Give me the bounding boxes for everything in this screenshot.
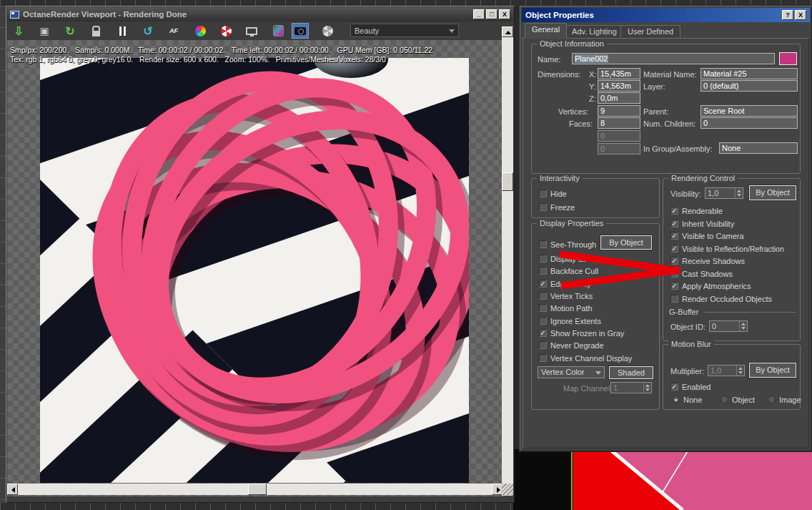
scroll-right-button[interactable] xyxy=(492,484,502,495)
resize-grip[interactable] xyxy=(502,484,513,495)
checkbox-vertex-channel-display[interactable]: Vertex Channel Display xyxy=(539,353,632,363)
in-group-field: None xyxy=(719,142,798,154)
radio-image[interactable]: Image xyxy=(768,395,801,404)
extra-field-2: 0 xyxy=(598,143,640,155)
material-ball-icon[interactable] xyxy=(192,23,209,39)
shaded-button[interactable]: Shaded xyxy=(609,366,653,379)
fit-screen-icon[interactable] xyxy=(243,23,260,39)
gbuffer-title: G-Buffer xyxy=(669,308,698,316)
minimize-button[interactable]: _ xyxy=(473,9,485,19)
checkbox-show-frozen-in-gray[interactable]: ✓Show Frozen in Gray xyxy=(539,328,624,338)
checkbox-visible-to-reflection[interactable]: ✓Visible to Reflection/Refraction xyxy=(670,244,784,253)
arrow-up-icon xyxy=(505,31,511,34)
copy-clipboard-icon[interactable]: ▣ xyxy=(36,23,53,39)
scroll-left-button[interactable] xyxy=(7,484,18,495)
dialog-close-button[interactable]: X xyxy=(795,10,806,20)
parent-label: Parent: xyxy=(643,107,668,116)
render-stats-line2: Tex: rgb 1, rgb64 0, grey 0, grey16 0. R… xyxy=(10,55,386,64)
refresh-icon[interactable]: ↺ xyxy=(139,23,157,39)
octane-window-titlebar[interactable]: OctaneRender Viewport - Rendering Done _… xyxy=(7,7,513,21)
camera-icon[interactable] xyxy=(292,23,309,39)
y-field[interactable]: 14,563m xyxy=(598,80,640,92)
octane-toolbar: ⇩ ▣ ↻ ↺ AF Beauty xyxy=(7,21,502,40)
checkbox-renderable[interactable]: ✓Renderable xyxy=(670,206,723,215)
lock-icon[interactable] xyxy=(87,23,104,39)
tab-user-defined[interactable]: User Defined xyxy=(620,25,680,39)
priority-icon[interactable] xyxy=(217,23,234,39)
group-title: Rendering Control xyxy=(668,174,738,182)
octane-app-icon xyxy=(10,11,19,19)
checkbox-hide[interactable]: Hide xyxy=(539,189,567,198)
checkbox-box xyxy=(539,203,547,211)
close-button[interactable]: X xyxy=(499,9,510,19)
visibility-label: Visibility: xyxy=(670,190,701,198)
render-view[interactable]: Smp/px: 200/200. Samp/s: 0.000M. Time: 0… xyxy=(7,40,502,496)
checkbox-motion-path[interactable]: Motion Path xyxy=(539,303,593,313)
checkbox-visible-to-camera[interactable]: ✓Visible to Camera xyxy=(670,231,744,240)
radio-object[interactable]: Object xyxy=(721,395,755,404)
checkbox-never-degrade[interactable]: Never Degrade xyxy=(539,340,604,350)
render-pass-dropdown[interactable]: Beauty xyxy=(350,24,459,37)
faces-label: Faces: xyxy=(569,119,593,128)
checkbox-render-occluded[interactable]: Render Occluded Objects xyxy=(670,294,772,303)
pause-icon[interactable] xyxy=(114,23,131,39)
num-children-label: Num. Children: xyxy=(643,119,695,128)
visibility-by-object-button[interactable]: By Object xyxy=(749,185,796,200)
parent-field: Scene Root xyxy=(700,105,798,117)
help-button[interactable]: ? xyxy=(782,10,793,20)
object-color-swatch[interactable] xyxy=(779,52,797,65)
annotation-arrow xyxy=(558,247,686,290)
multiplier-spinner: 1,0 xyxy=(708,365,745,376)
group-title: Object Information xyxy=(537,39,607,48)
group-title: Interactivity xyxy=(537,174,583,182)
map-channel-label: Map Channel: xyxy=(563,384,613,393)
vertices-field: 9 xyxy=(598,105,640,117)
render-passes-icon[interactable] xyxy=(269,23,287,39)
vertex-color-dropdown[interactable]: Vertex Color xyxy=(538,366,605,378)
radio-none[interactable]: ●None xyxy=(672,395,702,404)
checkbox-ignore-extents[interactable]: Ignore Extents xyxy=(539,316,601,325)
dialog-title: Object Properties xyxy=(525,11,594,19)
horizontal-scroll-thumb[interactable] xyxy=(248,484,267,495)
autofocus-icon[interactable]: AF xyxy=(165,23,182,39)
material-name-field[interactable]: Material #25 xyxy=(700,68,798,79)
faces-field: 8 xyxy=(598,117,640,129)
x-field[interactable]: 15,435m xyxy=(598,68,640,79)
multiplier-label: Multiplier: xyxy=(670,367,704,376)
trackbar-bottom xyxy=(0,503,518,510)
checkbox-box xyxy=(539,240,547,248)
vertical-scrollbar[interactable] xyxy=(502,26,513,496)
name-field[interactable]: Plane002 xyxy=(572,53,775,64)
num-children-field: 0 xyxy=(700,117,798,129)
motion-blur-by-object-button[interactable]: By Object xyxy=(749,363,796,378)
layer-field[interactable]: 0 (default) xyxy=(700,80,798,92)
maximize-button[interactable]: □ xyxy=(486,9,497,19)
extra-field-1: 0 xyxy=(598,130,640,142)
scroll-up-button[interactable] xyxy=(502,26,513,37)
checkbox-enabled[interactable]: ✓Enabled xyxy=(670,382,710,391)
checkbox-freeze[interactable]: Freeze xyxy=(539,202,575,212)
object-id-spinner[interactable]: 0 xyxy=(709,320,748,332)
y-label: Y: xyxy=(589,82,596,91)
chevron-down-icon xyxy=(449,29,455,33)
tab-general[interactable]: General xyxy=(525,23,567,39)
x-label: X: xyxy=(589,70,596,79)
checkbox-box xyxy=(539,190,547,197)
trackbar-top xyxy=(0,0,812,6)
save-image-icon[interactable]: ⇩ xyxy=(10,23,27,39)
octane-render-window: OctaneRender Viewport - Rendering Done _… xyxy=(6,6,515,503)
horizontal-scrollbar[interactable] xyxy=(7,484,502,495)
restart-render-icon[interactable]: ↻ xyxy=(61,23,79,39)
dialog-titlebar[interactable]: Object Properties ? X xyxy=(522,8,810,22)
render-pass-value: Beauty xyxy=(355,26,379,35)
kernel-icon[interactable] xyxy=(319,23,336,39)
visibility-spinner[interactable]: 1,0 xyxy=(705,187,743,199)
group-title: Display Properties xyxy=(537,219,606,227)
object-id-label: Object ID: xyxy=(670,323,705,331)
checkbox-vertex-ticks[interactable]: Vertex Ticks xyxy=(539,291,593,300)
tab-adv-lighting[interactable]: Adv. Lighting xyxy=(565,25,624,39)
checkbox-inherit-visibility[interactable]: ✓Inherit Visibility xyxy=(670,219,734,228)
background-viewport-edge xyxy=(0,6,6,503)
z-field[interactable]: 0,0m xyxy=(598,92,640,104)
vertical-scroll-thumb[interactable] xyxy=(502,172,513,191)
